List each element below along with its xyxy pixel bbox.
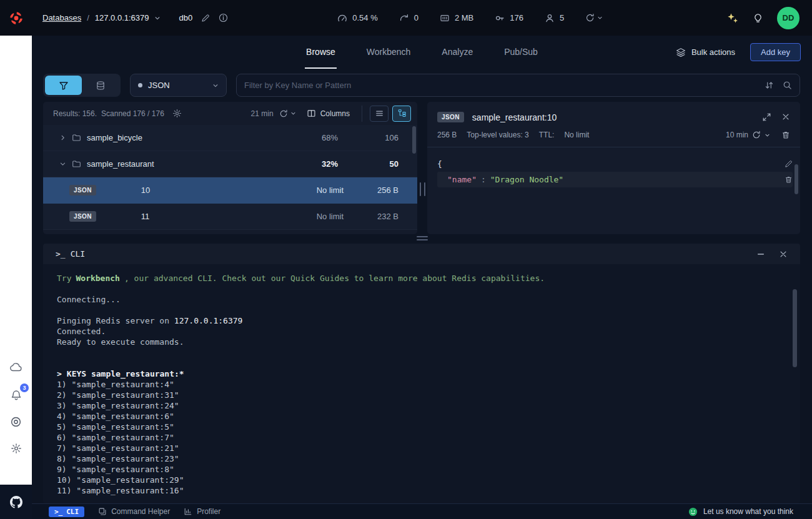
cli-connected-line: Connected. [57, 326, 786, 337]
key-type-dropdown[interactable]: JSON [130, 74, 227, 97]
db-stats-bar: 0.54 % 0 2 MB 176 5 [337, 13, 603, 23]
breadcrumb-databases-link[interactable]: Databases [42, 13, 81, 22]
gear-icon [172, 109, 182, 118]
insights-button[interactable] [753, 12, 763, 23]
funnel-icon [59, 81, 69, 91]
feedback-label: Let us know what you think [703, 507, 793, 516]
folder-count: 50 [361, 159, 399, 169]
settings-button[interactable] [7, 439, 25, 457]
chevron-down-icon [290, 111, 296, 116]
feedback-link[interactable]: Let us know what you think [688, 507, 793, 517]
command-helper-button[interactable]: Command Helper [98, 507, 170, 516]
cli-panel: >_ CLI TryWorkbench, our advanced CLI. C… [43, 244, 800, 503]
search-icon[interactable] [783, 81, 792, 90]
key-list-header-actions: 21 min Columns [251, 106, 411, 122]
tab-analyze[interactable]: Analyze [440, 36, 474, 69]
ttl-value[interactable]: No limit [564, 131, 589, 139]
tree-view-button[interactable] [392, 106, 411, 122]
columns-toggle-button[interactable]: Columns [307, 109, 350, 118]
close-cli-button[interactable] [779, 250, 788, 259]
type-color-dot [138, 83, 142, 87]
minimize-cli-button[interactable] [756, 250, 765, 259]
fullscreen-button[interactable] [762, 112, 771, 122]
cloud-button[interactable] [7, 358, 25, 376]
search-by-values-button[interactable] [82, 76, 119, 95]
add-key-button[interactable]: Add key [750, 43, 801, 61]
key-name: 11 [141, 212, 150, 221]
cli-result-line: 11) "sample_restaurant:16" [57, 485, 786, 496]
key-list-panel: Results: 156. Scanned 176 / 176 21 min C… [43, 102, 417, 234]
edit-json-button[interactable] [785, 160, 793, 168]
help-ring-icon [10, 416, 22, 428]
list-view-button[interactable] [370, 106, 389, 122]
scrollbar-thumb[interactable] [412, 126, 416, 154]
keys-refresh-button[interactable] [279, 109, 296, 118]
cli-terminal-output[interactable]: TryWorkbench, our advanced CLI. Check ou… [43, 264, 800, 503]
tab-browse[interactable]: Browse [305, 36, 337, 69]
key-size-value: 256 B [437, 131, 457, 139]
details-refresh-config-button[interactable] [765, 132, 770, 138]
delete-key-button[interactable] [781, 131, 790, 139]
redis-logo[interactable] [0, 11, 32, 26]
panel-resize-handle-horizontal[interactable] [417, 236, 428, 240]
keys-value: 176 [510, 13, 523, 22]
pencil-icon [785, 160, 793, 168]
cli-result-line: 6) "sample_restaurant:7" [57, 432, 786, 443]
panel-resize-handle-vertical[interactable] [420, 182, 425, 196]
folder-name: sample_bicycle [87, 133, 142, 142]
list-view-icon [375, 109, 384, 118]
clients-value: 5 [560, 13, 564, 22]
cpu-value: 0.54 % [352, 13, 377, 22]
workbench-link[interactable]: Workbench [76, 274, 119, 283]
help-button[interactable] [7, 413, 25, 431]
cli-panel-actions [756, 250, 788, 259]
key-tree-folder-row[interactable]: sample_restaurant 32% 50 [43, 151, 417, 177]
cli-command-line: >KEYS sample_restaurant:* [57, 368, 786, 379]
key-list-header: Results: 156. Scanned 176 / 176 21 min C… [43, 102, 417, 125]
key-filter-field [236, 74, 800, 97]
cli-result-line: 2) "sample_restaurant:31" [57, 390, 786, 400]
scrollbar-thumb[interactable] [793, 289, 797, 367]
profiler-button[interactable]: Profiler [184, 507, 220, 516]
details-refresh-button[interactable] [752, 131, 761, 139]
copilot-button[interactable] [726, 12, 739, 24]
notifications-button[interactable]: 3 [7, 386, 25, 404]
json-field-row[interactable]: "name" : "Dragon Noodle" [437, 172, 793, 187]
cli-toggle-button[interactable]: >_ CLI [49, 507, 84, 517]
key-row[interactable]: JSON 11 No limit 232 B [43, 204, 417, 230]
refresh-icon [279, 109, 288, 118]
keys-refresh-age: 21 min [251, 109, 274, 118]
memory-icon [440, 13, 450, 23]
json-colon: : [481, 175, 486, 184]
delete-field-button[interactable] [785, 175, 793, 184]
db-index-label: db0 [179, 13, 193, 22]
folder-count: 106 [361, 133, 399, 142]
instance-name: 127.0.0.1:6379 [95, 13, 149, 22]
close-details-button[interactable] [781, 112, 790, 122]
json-field-key: "name" [447, 175, 477, 184]
cli-intro-line: TryWorkbench, our advanced CLI. Check ou… [57, 273, 786, 284]
tab-pubsub[interactable]: Pub/Sub [503, 36, 539, 69]
scrollbar-thumb[interactable] [795, 164, 798, 194]
key-tree-folder-row[interactable]: sample_bicycle 68% 106 [43, 125, 417, 151]
scan-settings-button[interactable] [172, 109, 182, 118]
tab-workbench[interactable]: Workbench [365, 36, 412, 69]
cli-result-line: 5) "sample_restaurant:5" [57, 422, 786, 432]
details-refresh-age: 10 min [726, 131, 748, 139]
user-avatar[interactable]: DD [777, 7, 800, 29]
db-info-button[interactable] [219, 13, 228, 22]
key-row[interactable]: JSON 10 No limit 256 B [43, 177, 417, 204]
sort-icon[interactable] [765, 81, 774, 90]
trash-icon [785, 175, 793, 184]
top-level-values: Top-level values: 3 [467, 131, 528, 139]
key-filter-input[interactable] [244, 81, 756, 90]
edit-db-alias-button[interactable] [201, 14, 210, 22]
github-link[interactable] [0, 485, 32, 519]
bulk-actions-button[interactable]: Bulk actions [676, 47, 735, 57]
key-type-badge: JSON [69, 211, 96, 222]
cli-host: 127.0.0.1:6379 [174, 316, 243, 325]
stats-refresh-button[interactable] [585, 13, 603, 22]
cli-intro-after: , our advanced CLI. Check out our Quick … [124, 274, 545, 283]
filter-by-pattern-button[interactable] [45, 76, 82, 95]
database-instance-dropdown[interactable]: 127.0.0.1:6379 [95, 13, 161, 22]
